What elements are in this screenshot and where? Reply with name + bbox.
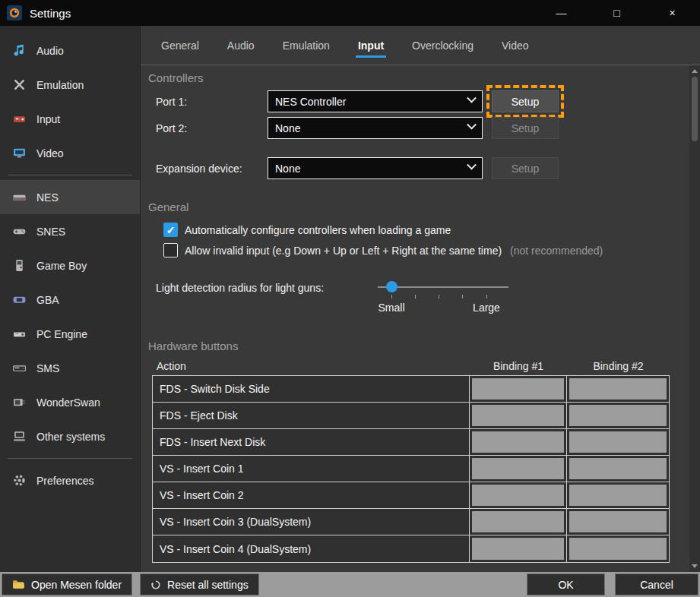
port2-label: Port 2: [156, 122, 268, 134]
sidebar-item-emulation[interactable]: Emulation [0, 68, 140, 102]
action-cell: FDS - Insert Next Disk [153, 429, 469, 455]
port2-dropdown[interactable]: None [268, 117, 483, 139]
reset-icon [150, 580, 161, 590]
tab-video[interactable]: Video [502, 26, 529, 65]
sidebar-item-wonderswan[interactable]: WonderSwan [0, 385, 140, 419]
scrollbar-thumb[interactable] [692, 77, 698, 141]
sidebar-item-gameboy[interactable]: Game Boy [0, 248, 140, 283]
general-section-heading: General [148, 201, 689, 213]
binding2-cell [566, 482, 669, 508]
expansion-device-dropdown-value: None [275, 163, 300, 175]
binding1-button[interactable] [472, 378, 564, 400]
slider-min-label: Small [378, 302, 404, 314]
port1-dropdown[interactable]: NES Controller [268, 90, 483, 112]
binding2-button[interactable] [569, 511, 667, 532]
hardware-buttons-heading: Hardware buttons [148, 340, 689, 352]
slider-tick [486, 295, 487, 298]
light-detection-row: Light detection radius for light guns: S… [156, 280, 689, 321]
binding2-button[interactable] [569, 458, 667, 479]
sidebar-item-label: PC Engine [36, 328, 87, 340]
ok-button[interactable]: OK [527, 573, 605, 595]
binding1-button[interactable] [472, 431, 564, 453]
binding1-button[interactable] [472, 538, 564, 560]
sidebar-item-audio[interactable]: Audio [0, 33, 140, 68]
wonderswan-icon [11, 395, 27, 410]
table-row: VS - Insert Coin 1 [153, 456, 669, 482]
binding2-button[interactable] [569, 378, 667, 400]
sidebar-item-preferences[interactable]: Preferences [0, 463, 140, 498]
sidebar-item-snes[interactable]: SNES [0, 214, 140, 248]
mesen-logo-icon [7, 5, 22, 21]
sidebar-item-gba[interactable]: GBA [0, 283, 140, 317]
nes-console-icon [11, 190, 27, 205]
hardware-buttons-table: FDS - Switch Disk Side FDS - Eject Disk … [152, 375, 670, 563]
allow-invalid-input-checkbox[interactable] [163, 243, 178, 257]
sidebar-item-nes[interactable]: NES [0, 180, 140, 214]
expansion-device-dropdown[interactable]: None [268, 157, 483, 179]
auto-configure-label: Automatically configure controllers when… [185, 224, 451, 236]
action-cell: FDS - Switch Disk Side [153, 376, 469, 402]
tab-general[interactable]: General [161, 26, 199, 65]
sidebar-separator [8, 458, 132, 459]
port1-setup-button[interactable]: Setup [492, 90, 559, 112]
binding1-button[interactable] [472, 458, 564, 479]
tools-icon [11, 77, 27, 93]
binding2-cell [566, 456, 669, 482]
sidebar-item-label: Other systems [36, 431, 105, 443]
column-binding1: Binding #1 [470, 360, 567, 372]
column-action: Action [152, 360, 470, 372]
sidebar-item-label: WonderSwan [36, 396, 100, 409]
sidebar-item-other-systems[interactable]: Other systems [0, 419, 140, 453]
slider-thumb[interactable] [386, 281, 398, 292]
binding2-button[interactable] [569, 405, 667, 426]
sidebar-item-input[interactable]: Input [0, 102, 140, 136]
tab-emulation[interactable]: Emulation [283, 26, 330, 65]
close-button[interactable]: × [645, 0, 700, 26]
sidebar-item-video[interactable]: Video [0, 136, 140, 170]
light-detection-slider[interactable]: Small Large [378, 280, 508, 321]
binding2-cell [566, 535, 669, 562]
binding2-button[interactable] [569, 538, 667, 560]
binding1-cell [469, 429, 566, 455]
port2-setup-button[interactable]: Setup [492, 117, 559, 139]
titlebar: Settings — □ × [0, 0, 700, 26]
binding2-button[interactable] [569, 485, 667, 506]
sidebar-item-pcengine[interactable]: PC Engine [0, 317, 140, 351]
tab-audio[interactable]: Audio [227, 26, 255, 65]
slider-tick [415, 295, 416, 298]
binding2-cell [566, 403, 669, 428]
sidebar-item-sms[interactable]: SMS [0, 351, 140, 385]
sidebar: Audio Emulation Input Video NES SNES [0, 26, 141, 572]
binding1-button[interactable] [472, 405, 564, 426]
port2-row: Port 2: None Setup [156, 117, 689, 139]
binding2-cell [566, 376, 669, 402]
music-note-icon [11, 43, 27, 58]
auto-configure-checkbox[interactable]: ✓ [163, 223, 178, 237]
binding1-cell [469, 509, 566, 535]
scroll-up-arrow-icon[interactable] [692, 69, 698, 73]
tab-overclocking[interactable]: Overclocking [412, 26, 474, 65]
table-row: FDS - Switch Disk Side [153, 376, 669, 403]
light-detection-label: Light detection radius for light guns: [156, 280, 378, 294]
minimize-button[interactable]: — [534, 0, 589, 26]
vertical-scrollbar[interactable] [689, 65, 700, 572]
reset-all-settings-button[interactable]: Reset all settings [140, 573, 259, 595]
cancel-button[interactable]: Cancel [615, 573, 698, 595]
maximize-button[interactable]: □ [589, 0, 645, 26]
binding1-button[interactable] [472, 485, 564, 506]
expansion-setup-button[interactable]: Setup [492, 157, 559, 179]
open-mesen-folder-button[interactable]: Open Mesen folder [2, 573, 132, 595]
port1-dropdown-value: NES Controller [275, 96, 346, 108]
scroll-down-arrow-icon[interactable] [692, 564, 698, 568]
controllers-section-heading: Controllers [148, 71, 689, 84]
gamepad-icon [11, 112, 27, 127]
sidebar-item-label: Audio [36, 45, 64, 57]
binding2-button[interactable] [569, 431, 667, 453]
other-systems-icon [11, 429, 27, 444]
tab-input[interactable]: Input [358, 26, 384, 65]
slider-tick [439, 295, 439, 298]
binding1-button[interactable] [472, 511, 564, 532]
sidebar-item-label: Game Boy [36, 260, 87, 272]
column-binding2: Binding #2 [567, 360, 670, 372]
binding2-cell [566, 509, 669, 535]
